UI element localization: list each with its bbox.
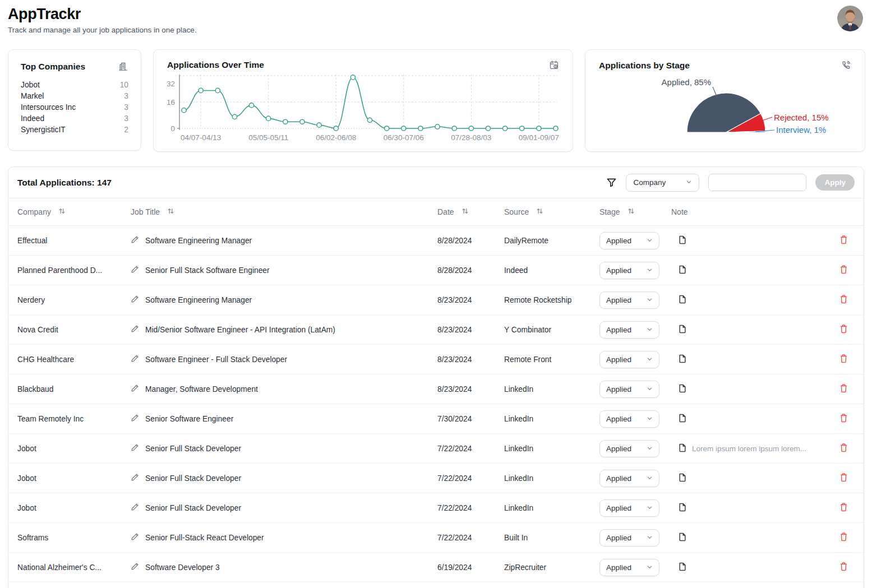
edit-job-title-button[interactable] <box>131 503 139 513</box>
column-header-date[interactable]: Date <box>437 207 504 216</box>
column-header-source[interactable]: Source <box>504 207 599 216</box>
edit-job-title-button[interactable] <box>131 295 139 305</box>
cell-date: 7/22/2024 <box>437 445 504 453</box>
cell-date: 7/22/2024 <box>437 534 504 542</box>
job-title-text: Mid/Senior Software Engineer - API Integ… <box>145 326 335 334</box>
pencil-icon <box>131 295 139 305</box>
note-button[interactable] <box>679 473 686 484</box>
company-text: Team Remotely Inc <box>17 415 125 423</box>
trash-icon <box>839 324 848 335</box>
company-count: 3 <box>124 114 128 123</box>
pencil-icon <box>131 562 139 572</box>
stage-select[interactable]: Applied <box>599 232 659 249</box>
stage-select[interactable]: Applied <box>599 321 659 339</box>
top-company-item: Indeed3 <box>21 113 128 124</box>
edit-job-title-button[interactable] <box>131 384 139 394</box>
stage-select[interactable]: Applied <box>599 529 659 547</box>
column-header-stage[interactable]: Stage <box>599 207 671 216</box>
chevron-down-icon <box>647 504 653 512</box>
edit-job-title-button[interactable] <box>131 473 139 483</box>
stage-value: Applied <box>606 563 631 572</box>
note-button[interactable] <box>679 265 686 276</box>
delete-button[interactable] <box>839 383 848 395</box>
sort-icon <box>58 207 66 216</box>
applications-by-stage-card: Applications by Stage Applied, 85%Reject… <box>585 49 865 152</box>
delete-button[interactable] <box>839 354 848 365</box>
delete-button[interactable] <box>839 413 848 424</box>
note-button[interactable] <box>679 295 686 305</box>
edit-job-title-button[interactable] <box>131 354 139 364</box>
cell-company: Jobot <box>17 474 131 483</box>
stage-value: Applied <box>606 266 631 275</box>
stage-select[interactable]: Applied <box>599 262 659 279</box>
cell-source: LinkedIn <box>504 415 599 423</box>
cell-date: 8/28/2024 <box>437 266 504 275</box>
job-title-text: Senior Software Engineer <box>145 415 233 423</box>
column-header-job-title[interactable]: Job Title <box>131 207 437 216</box>
note-button[interactable] <box>679 235 686 246</box>
stage-value: Applied <box>606 385 631 393</box>
cell-job-title: Senior Full Stack Developer <box>131 473 437 483</box>
edit-job-title-button[interactable] <box>131 443 139 453</box>
delete-button[interactable] <box>839 294 848 305</box>
edit-job-title-button[interactable] <box>131 562 139 572</box>
delete-button[interactable] <box>839 324 848 335</box>
svg-text:0: 0 <box>170 124 175 133</box>
cell-company: Jobot <box>17 504 131 512</box>
note-button[interactable] <box>679 503 686 513</box>
note-button[interactable] <box>679 354 686 365</box>
delete-button[interactable] <box>839 502 848 513</box>
stage-select[interactable]: Applied <box>599 470 659 487</box>
note-document-icon <box>679 562 686 573</box>
cell-stage: Applied <box>599 321 671 339</box>
apply-button[interactable]: Apply <box>815 174 855 191</box>
svg-text:Rejected, 15%: Rejected, 15% <box>774 113 829 122</box>
note-document-icon <box>679 533 686 543</box>
delete-button[interactable] <box>839 473 848 484</box>
table-header-row: CompanyJob TitleDateSourceStageNote <box>8 198 864 226</box>
cell-stage: Applied <box>599 499 671 517</box>
pencil-icon <box>131 533 139 543</box>
cell-company: National Alzheimer's C... <box>17 563 131 572</box>
stage-select[interactable]: Applied <box>599 351 659 368</box>
avatar[interactable] <box>837 6 863 31</box>
stage-select[interactable]: Applied <box>599 291 659 309</box>
stage-select[interactable]: Applied <box>599 440 659 457</box>
company-count: 2 <box>124 126 128 134</box>
cell-actions <box>832 324 855 335</box>
edit-job-title-button[interactable] <box>131 235 139 246</box>
stage-select[interactable]: Applied <box>599 559 659 576</box>
stage-select[interactable]: Applied <box>599 381 659 398</box>
note-button[interactable] <box>679 414 686 424</box>
applications-table-card: Total Applications: 147 Company Apply Co… <box>8 166 864 588</box>
column-header-company[interactable]: Company <box>17 207 131 216</box>
edit-job-title-button[interactable] <box>131 265 139 275</box>
delete-button[interactable] <box>839 443 848 454</box>
note-button[interactable] <box>679 562 686 573</box>
calendar-clock-icon <box>549 60 559 70</box>
delete-button[interactable] <box>839 562 848 573</box>
note-button[interactable] <box>679 325 686 335</box>
stage-select[interactable]: Applied <box>599 499 659 517</box>
filter-field-select[interactable]: Company <box>626 174 699 192</box>
table-toolbar: Total Applications: 147 Company Apply <box>8 167 864 198</box>
edit-job-title-button[interactable] <box>131 325 139 335</box>
stage-value: Applied <box>606 534 631 542</box>
delete-button[interactable] <box>839 532 848 543</box>
company-name: Jobot <box>21 81 40 89</box>
delete-button[interactable] <box>839 265 848 276</box>
company-text: Softrams <box>17 534 125 542</box>
edit-job-title-button[interactable] <box>131 414 139 424</box>
note-button[interactable] <box>679 384 686 395</box>
note-button[interactable] <box>679 533 686 543</box>
stage-select[interactable]: Applied <box>599 410 659 428</box>
cell-note <box>671 325 832 335</box>
table-row: JobotSenior Full Stack Developer7/22/202… <box>8 464 864 493</box>
filter-value-input[interactable] <box>708 174 806 191</box>
edit-job-title-button[interactable] <box>131 533 139 543</box>
trash-icon <box>839 294 848 305</box>
cell-actions <box>832 413 855 424</box>
stage-value: Applied <box>606 445 631 453</box>
delete-button[interactable] <box>839 235 848 246</box>
note-button[interactable] <box>679 443 686 454</box>
